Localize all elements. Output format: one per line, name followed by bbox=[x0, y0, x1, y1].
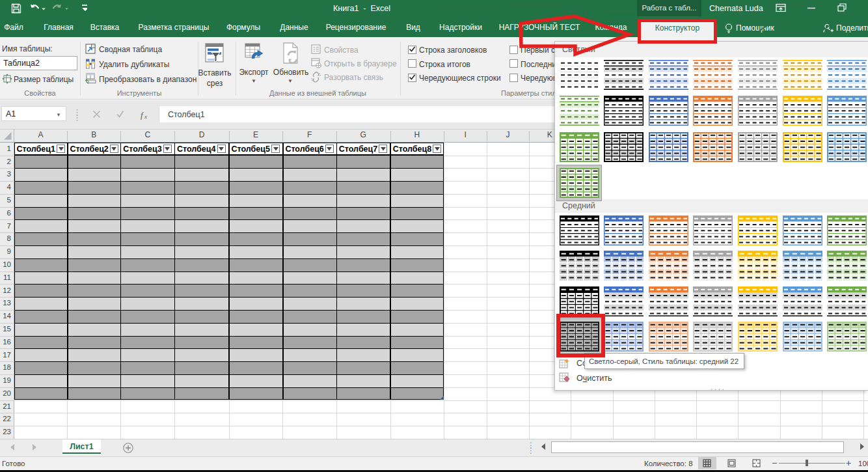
svg-text:x: x bbox=[144, 113, 147, 120]
